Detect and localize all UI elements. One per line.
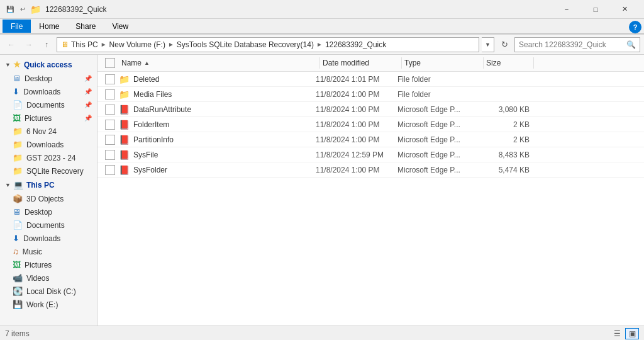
desktop-icon: 🖥 bbox=[13, 74, 21, 83]
search-box[interactable]: 🔍 bbox=[514, 37, 640, 52]
back-button[interactable]: ← bbox=[4, 37, 19, 52]
file-type-media: File folder bbox=[397, 90, 479, 99]
file-row-folderitem[interactable]: 📕 FolderItem 11/8/2024 1:00 PM Microsoft… bbox=[97, 117, 644, 132]
search-input[interactable] bbox=[519, 40, 624, 49]
up-button[interactable]: ↑ bbox=[39, 37, 54, 52]
path-new-volume[interactable]: New Volume (F:) bbox=[109, 40, 165, 49]
minimize-button[interactable]: − bbox=[552, 0, 581, 19]
sidebar-item-downloads-2[interactable]: 📁 Downloads bbox=[0, 138, 97, 151]
file-size-folderitem: 2 KB bbox=[479, 120, 530, 129]
status-bar: 7 items ☰ ▣ bbox=[0, 326, 644, 340]
file-type-datarun: Microsoft Edge P... bbox=[397, 105, 479, 114]
tab-file[interactable]: File bbox=[3, 20, 31, 33]
sidebar-quick-access-header[interactable]: ▼ ★ Quick access bbox=[0, 57, 97, 72]
sidebar-item-work-e[interactable]: 💾 Work (E:) bbox=[0, 298, 97, 311]
file-row-datarun[interactable]: 📕 DataRunAttribute 11/8/2024 1:00 PM Mic… bbox=[97, 102, 644, 117]
column-headers: Name ▲ Date modified Type Size bbox=[97, 55, 644, 72]
forward-button[interactable]: → bbox=[21, 37, 36, 52]
file-size-datarun: 3,080 KB bbox=[479, 105, 530, 114]
sidebar-item-music[interactable]: ♫ Music bbox=[0, 245, 97, 258]
title-bar-icons: 💾 ↩ 📁 bbox=[5, 4, 40, 14]
row-checkbox-datarun[interactable] bbox=[105, 105, 115, 115]
row-checkbox-sysfile[interactable] bbox=[105, 150, 115, 160]
sidebar-pictures-label: Pictures bbox=[25, 114, 52, 123]
file-date-partition: 11/8/2024 1:00 PM bbox=[316, 135, 397, 144]
address-bar: ← → ↑ 🖥 This PC ► New Volume (F:) ► SysT… bbox=[0, 35, 644, 55]
col-header-name[interactable]: Name ▲ bbox=[119, 57, 320, 69]
sidebar-item-videos[interactable]: 📹 Videos bbox=[0, 271, 97, 285]
col-header-date[interactable]: Date modified bbox=[320, 57, 402, 69]
sidebar-item-3d[interactable]: 📦 3D Objects bbox=[0, 192, 97, 205]
sidebar-item-sqlite[interactable]: 📁 SQLite Recovery bbox=[0, 164, 97, 178]
file-row-sysfile[interactable]: 📕 SysFile 11/8/2024 12:59 PM Microsoft E… bbox=[97, 147, 644, 162]
undo-icon[interactable]: ↩ bbox=[18, 4, 28, 14]
quick-access-chevron: ▼ bbox=[5, 62, 11, 68]
sidebar-item-downloads-pc[interactable]: ⬇ Downloads bbox=[0, 232, 97, 245]
sidebar-music-label: Music bbox=[23, 247, 42, 256]
col-date-label: Date modified bbox=[323, 59, 369, 67]
pin-icon-3: 📌 bbox=[84, 101, 92, 108]
row-checkbox-sysfolder[interactable] bbox=[105, 165, 115, 175]
sidebar-item-desktop-pc[interactable]: 🖥 Desktop bbox=[0, 205, 97, 218]
sidebar-downloads-1-label: Downloads bbox=[23, 88, 60, 96]
close-button[interactable]: ✕ bbox=[610, 0, 639, 19]
tab-home[interactable]: Home bbox=[31, 20, 67, 33]
sidebar-item-downloads-1[interactable]: ⬇ Downloads 📌 bbox=[0, 85, 97, 98]
sidebar-item-pictures[interactable]: 🖼 Pictures 📌 bbox=[0, 111, 97, 125]
path-systools[interactable]: SysTools SQLite Database Recovery(14) bbox=[177, 40, 314, 49]
address-dropdown[interactable]: ▼ bbox=[482, 37, 494, 52]
file-row-media[interactable]: 📁 Media Files 11/8/2024 1:00 PM File fol… bbox=[97, 87, 644, 102]
file-row-sysfolder[interactable]: 📕 SysFolder 11/8/2024 1:00 PM Microsoft … bbox=[97, 162, 644, 178]
sidebar-item-pictures-pc[interactable]: 🖼 Pictures bbox=[0, 258, 97, 271]
sidebar-item-disk-c[interactable]: 💽 Local Disk (C:) bbox=[0, 285, 97, 298]
file-type-partition: Microsoft Edge P... bbox=[397, 135, 479, 144]
row-checkbox-deleted[interactable] bbox=[105, 74, 115, 84]
file-name-deleted: Deleted bbox=[133, 75, 316, 84]
file-size-sysfolder: 5,474 KB bbox=[479, 166, 530, 174]
header-checkbox[interactable] bbox=[105, 58, 115, 68]
tab-share[interactable]: Share bbox=[67, 20, 104, 33]
path-quick[interactable]: 122683392_Quick bbox=[325, 40, 386, 49]
quick-access-star-icon: ★ bbox=[13, 60, 21, 69]
music-icon: ♫ bbox=[13, 247, 19, 256]
items-count: 7 items bbox=[5, 329, 30, 338]
pdf-icon-datarun: 📕 bbox=[119, 105, 130, 115]
pin-icon: 📌 bbox=[84, 75, 92, 82]
row-checkbox-folderitem[interactable] bbox=[105, 120, 115, 130]
refresh-button[interactable]: ↻ bbox=[497, 37, 512, 52]
save-icon[interactable]: 💾 bbox=[5, 4, 15, 14]
sidebar-item-docs-pc[interactable]: 📄 Documents bbox=[0, 218, 97, 232]
details-view-button[interactable]: ☰ bbox=[610, 328, 624, 339]
file-date-media: 11/8/2024 1:00 PM bbox=[316, 90, 397, 99]
file-date-sysfolder: 11/8/2024 1:00 PM bbox=[316, 166, 397, 174]
sidebar-item-documents[interactable]: 📄 Documents 📌 bbox=[0, 98, 97, 111]
file-row-deleted[interactable]: 📁 Deleted 11/8/2024 1:01 PM File folder bbox=[97, 72, 644, 87]
sidebar-item-6nov24[interactable]: 📁 6 Nov 24 bbox=[0, 125, 97, 138]
quick-access-label: Quick access bbox=[24, 60, 72, 69]
downloads-pc-icon: ⬇ bbox=[13, 234, 19, 243]
file-date-datarun: 11/8/2024 1:00 PM bbox=[316, 105, 397, 114]
address-path[interactable]: 🖥 This PC ► New Volume (F:) ► SysTools S… bbox=[57, 37, 479, 52]
file-type-deleted: File folder bbox=[397, 75, 479, 84]
sidebar-item-desktop[interactable]: 🖥 Desktop 📌 bbox=[0, 72, 97, 85]
downloads-1-icon: ⬇ bbox=[13, 87, 19, 96]
sidebar-6nov24-label: 6 Nov 24 bbox=[26, 127, 57, 136]
this-pc-label: This PC bbox=[26, 181, 55, 190]
help-button[interactable]: ? bbox=[629, 21, 641, 33]
pictures-pc-icon: 🖼 bbox=[13, 260, 21, 269]
deleted-folder-icon: 📁 bbox=[119, 74, 130, 84]
sidebar-item-gst[interactable]: 📁 GST 2023 - 24 bbox=[0, 151, 97, 164]
file-name-sysfile: SysFile bbox=[133, 150, 316, 159]
file-size-partition: 2 KB bbox=[479, 135, 530, 144]
sidebar-this-pc-header[interactable]: ▼ 💻 This PC bbox=[0, 178, 97, 192]
path-this-pc[interactable]: This PC bbox=[71, 40, 98, 49]
row-checkbox-partition[interactable] bbox=[105, 135, 115, 145]
file-row-partition[interactable]: 📕 PartitionInfo 11/8/2024 1:00 PM Micros… bbox=[97, 132, 644, 147]
row-checkbox-media[interactable] bbox=[105, 89, 115, 99]
large-icons-view-button[interactable]: ▣ bbox=[625, 328, 639, 339]
col-header-size[interactable]: Size bbox=[484, 57, 534, 69]
maximize-button[interactable]: □ bbox=[581, 0, 610, 19]
this-pc-chevron: ▼ bbox=[5, 182, 11, 188]
col-header-type[interactable]: Type bbox=[402, 57, 484, 69]
tab-view[interactable]: View bbox=[104, 20, 136, 33]
